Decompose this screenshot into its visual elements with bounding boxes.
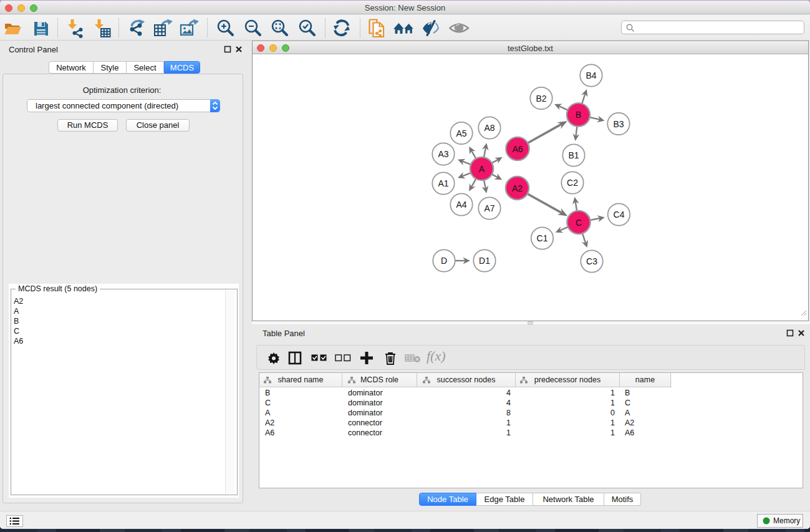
svg-text:A6: A6 <box>512 144 523 154</box>
svg-text:B2: B2 <box>536 94 546 104</box>
svg-text:A7: A7 <box>484 203 494 213</box>
svg-text:A8: A8 <box>484 123 494 133</box>
svg-text:A5: A5 <box>456 128 466 138</box>
svg-text:D: D <box>441 256 447 266</box>
svg-text:C1: C1 <box>537 233 548 243</box>
svg-text:A3: A3 <box>438 149 448 159</box>
svg-text:A: A <box>479 164 485 174</box>
svg-text:A1: A1 <box>438 178 448 188</box>
svg-text:C: C <box>576 218 582 228</box>
svg-text:B4: B4 <box>586 70 596 80</box>
svg-text:C4: C4 <box>614 210 625 220</box>
svg-text:B: B <box>576 110 581 120</box>
svg-text:C3: C3 <box>586 256 597 266</box>
svg-text:A2: A2 <box>512 183 523 193</box>
svg-text:B1: B1 <box>568 150 579 160</box>
svg-text:C2: C2 <box>567 178 578 188</box>
svg-text:A4: A4 <box>456 200 466 210</box>
svg-text:D1: D1 <box>479 256 490 266</box>
svg-text:B3: B3 <box>613 119 624 129</box>
